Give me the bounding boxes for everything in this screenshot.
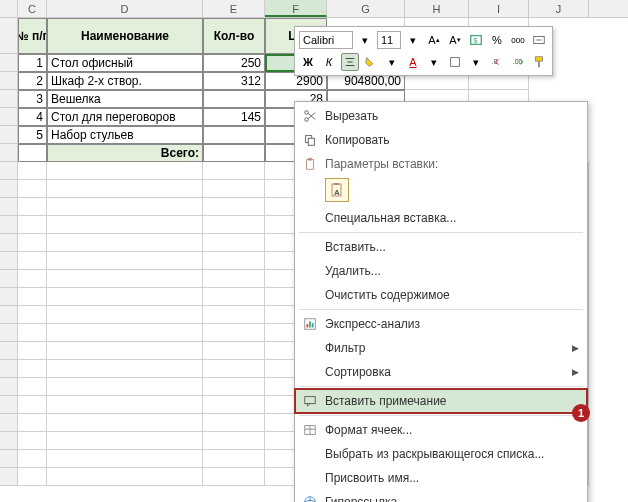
cell[interactable] bbox=[47, 288, 203, 306]
menu-filter[interactable]: Фильтр ▶ bbox=[295, 336, 587, 360]
row-number[interactable] bbox=[0, 180, 18, 198]
col-header-c[interactable]: C bbox=[18, 0, 47, 17]
col-header-g[interactable]: G bbox=[327, 0, 405, 17]
comma-style-icon[interactable]: 000 bbox=[509, 31, 527, 49]
cell[interactable] bbox=[203, 360, 265, 378]
cell[interactable] bbox=[203, 180, 265, 198]
cell[interactable] bbox=[47, 162, 203, 180]
cell[interactable] bbox=[203, 252, 265, 270]
cell[interactable] bbox=[47, 198, 203, 216]
header-qty[interactable]: Кол-во bbox=[203, 18, 265, 54]
decrease-font-icon[interactable]: A▾ bbox=[446, 31, 464, 49]
cell-name[interactable]: Стол офисный bbox=[47, 54, 203, 72]
row-number[interactable] bbox=[0, 378, 18, 396]
cell[interactable] bbox=[203, 342, 265, 360]
cell-qty[interactable]: 145 bbox=[203, 108, 265, 126]
cell[interactable] bbox=[203, 144, 265, 162]
row-number[interactable] bbox=[0, 324, 18, 342]
row-number[interactable] bbox=[0, 414, 18, 432]
cell[interactable] bbox=[47, 180, 203, 198]
row-number[interactable] bbox=[0, 162, 18, 180]
cell[interactable] bbox=[18, 216, 47, 234]
cell[interactable] bbox=[18, 252, 47, 270]
row-number[interactable] bbox=[0, 396, 18, 414]
cell[interactable] bbox=[47, 306, 203, 324]
font-name-input[interactable] bbox=[299, 31, 353, 49]
cell[interactable] bbox=[18, 198, 47, 216]
cell[interactable] bbox=[47, 468, 203, 486]
cell[interactable] bbox=[18, 270, 47, 288]
row-number[interactable] bbox=[0, 306, 18, 324]
decrease-decimal-icon[interactable]: .0 bbox=[488, 53, 506, 71]
menu-clear-contents[interactable]: Очистить содержимое bbox=[295, 283, 587, 307]
increase-decimal-icon[interactable]: .00 bbox=[509, 53, 527, 71]
paste-option-default[interactable]: A bbox=[325, 178, 349, 202]
row-number[interactable] bbox=[0, 468, 18, 486]
cell[interactable] bbox=[47, 432, 203, 450]
cell[interactable] bbox=[203, 324, 265, 342]
cell[interactable] bbox=[203, 414, 265, 432]
cell[interactable] bbox=[18, 180, 47, 198]
cell-name[interactable]: Вешелка bbox=[47, 90, 203, 108]
cell[interactable] bbox=[47, 234, 203, 252]
cell[interactable] bbox=[47, 324, 203, 342]
row-number[interactable] bbox=[0, 216, 18, 234]
font-color-icon[interactable]: A bbox=[404, 53, 422, 71]
cell-num[interactable]: 3 bbox=[18, 90, 47, 108]
menu-define-name[interactable]: Присвоить имя... bbox=[295, 466, 587, 490]
cell[interactable] bbox=[47, 360, 203, 378]
fill-dropdown-icon[interactable]: ▾ bbox=[383, 53, 401, 71]
cell[interactable] bbox=[18, 450, 47, 468]
cell-num[interactable]: 1 bbox=[18, 54, 47, 72]
cell-qty[interactable] bbox=[203, 126, 265, 144]
merge-center-icon[interactable] bbox=[530, 31, 548, 49]
cell[interactable] bbox=[203, 162, 265, 180]
cell-num[interactable]: 2 bbox=[18, 72, 47, 90]
row-number[interactable] bbox=[0, 252, 18, 270]
cell[interactable] bbox=[203, 450, 265, 468]
cell[interactable] bbox=[47, 252, 203, 270]
menu-insert[interactable]: Вставить... bbox=[295, 235, 587, 259]
row-number[interactable] bbox=[0, 288, 18, 306]
col-header-j[interactable]: J bbox=[529, 0, 589, 17]
row-number[interactable] bbox=[0, 234, 18, 252]
totals-label[interactable]: Всего: bbox=[47, 144, 203, 162]
menu-copy[interactable]: Копировать bbox=[295, 128, 587, 152]
fill-color-icon[interactable] bbox=[362, 53, 380, 71]
cell[interactable] bbox=[18, 162, 47, 180]
row-number[interactable] bbox=[0, 342, 18, 360]
col-header-f[interactable]: F bbox=[265, 0, 327, 17]
size-dropdown-icon[interactable]: ▾ bbox=[404, 31, 422, 49]
cell-qty[interactable]: 250 bbox=[203, 54, 265, 72]
cell-num[interactable]: 4 bbox=[18, 108, 47, 126]
row-number[interactable] bbox=[0, 360, 18, 378]
cell-name[interactable]: Набор стульев bbox=[47, 126, 203, 144]
menu-insert-comment[interactable]: Вставить примечание bbox=[295, 389, 587, 413]
menu-pick-from-dropdown[interactable]: Выбрать из раскрывающегося списка... bbox=[295, 442, 587, 466]
cell-name[interactable]: Шкаф 2-х створ. bbox=[47, 72, 203, 90]
menu-delete[interactable]: Удалить... bbox=[295, 259, 587, 283]
cell[interactable] bbox=[18, 414, 47, 432]
cell[interactable] bbox=[47, 414, 203, 432]
col-header-d[interactable]: D bbox=[47, 0, 203, 17]
cell[interactable] bbox=[203, 198, 265, 216]
row-number[interactable] bbox=[0, 54, 18, 72]
row-number[interactable] bbox=[0, 450, 18, 468]
increase-font-icon[interactable]: A▴ bbox=[425, 31, 443, 49]
row-number[interactable] bbox=[0, 432, 18, 450]
cell-qty[interactable] bbox=[203, 90, 265, 108]
menu-sort[interactable]: Сортировка ▶ bbox=[295, 360, 587, 384]
cell[interactable] bbox=[18, 468, 47, 486]
cell[interactable] bbox=[18, 432, 47, 450]
cell[interactable] bbox=[203, 468, 265, 486]
percent-icon[interactable]: % bbox=[488, 31, 506, 49]
row-number[interactable] bbox=[0, 270, 18, 288]
corner-cell[interactable] bbox=[0, 0, 18, 17]
cell-name[interactable]: Стол для переговоров bbox=[47, 108, 203, 126]
header-name[interactable]: Наименование bbox=[47, 18, 203, 54]
cell[interactable] bbox=[203, 234, 265, 252]
center-align-icon[interactable] bbox=[341, 53, 359, 71]
cell[interactable] bbox=[203, 306, 265, 324]
cell[interactable] bbox=[18, 234, 47, 252]
menu-hyperlink[interactable]: Гиперссылка... bbox=[295, 490, 587, 502]
